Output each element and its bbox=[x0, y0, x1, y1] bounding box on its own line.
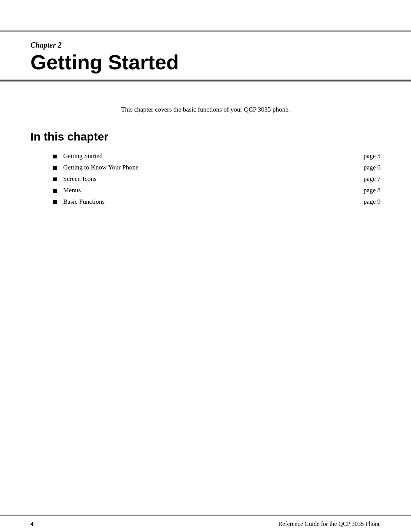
toc-item-label: Getting Started bbox=[63, 152, 356, 160]
toc-item-page: page 7 bbox=[363, 175, 381, 183]
list-item: Getting to Know Your Phone page 6 bbox=[53, 164, 381, 171]
chapter-title: Getting Started bbox=[30, 51, 381, 73]
bullet-icon bbox=[53, 200, 57, 204]
footer-document-title: Reference Guide for the QCP 3035 Phone bbox=[278, 521, 381, 527]
header-area: Chapter 2 Getting Started bbox=[0, 32, 411, 73]
toc-item-page: page 9 bbox=[363, 198, 381, 206]
page: Chapter 2 Getting Started This chapter c… bbox=[0, 0, 411, 532]
toc-item-label: Menus bbox=[63, 187, 356, 194]
bullet-icon bbox=[53, 155, 57, 158]
list-item: Screen Icons page 7 bbox=[53, 175, 381, 183]
toc-item-page: page 8 bbox=[363, 187, 381, 194]
section-title: In this chapter bbox=[30, 130, 381, 143]
footer-page-number: 4 bbox=[30, 521, 33, 527]
toc-item-page: page 5 bbox=[363, 152, 381, 160]
chapter-label: Chapter 2 bbox=[30, 41, 381, 50]
list-item: Menus page 8 bbox=[53, 187, 381, 194]
main-content: This chapter covers the basic functions … bbox=[0, 81, 411, 515]
toc-item-label: Basic Functions bbox=[63, 198, 356, 206]
intro-text: This chapter covers the basic functions … bbox=[30, 104, 381, 115]
footer: 4 Reference Guide for the QCP 3035 Phone bbox=[0, 515, 411, 532]
bullet-icon bbox=[53, 177, 57, 181]
toc-list: Getting Started page 5 Getting to Know Y… bbox=[53, 152, 381, 206]
toc-item-page: page 6 bbox=[363, 164, 381, 171]
bullet-icon bbox=[53, 166, 57, 170]
list-item: Basic Functions page 9 bbox=[53, 198, 381, 206]
bullet-icon bbox=[53, 189, 57, 193]
list-item: Getting Started page 5 bbox=[53, 152, 381, 160]
toc-item-label: Getting to Know Your Phone bbox=[63, 164, 356, 171]
toc-item-label: Screen Icons bbox=[63, 175, 356, 183]
